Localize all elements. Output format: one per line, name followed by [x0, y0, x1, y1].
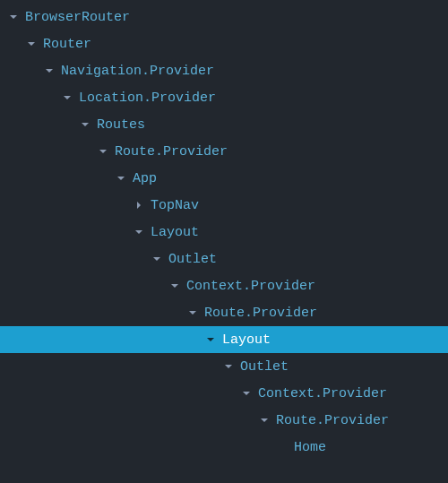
tree-row[interactable]: Route.Provider [0, 407, 448, 434]
component-label: Route.Provider [115, 144, 228, 160]
tree-row[interactable]: Outlet [0, 246, 448, 272]
expand-arrow-down-icon[interactable] [79, 118, 91, 131]
tree-row[interactable]: App [0, 165, 448, 192]
component-label: Router [43, 37, 91, 52]
component-label: Route.Provider [276, 413, 389, 428]
tree-row[interactable]: Context.Provider [0, 380, 448, 407]
expand-arrow-down-icon[interactable] [97, 145, 109, 158]
component-label: Context.Provider [186, 279, 315, 294]
tree-row[interactable]: Layout [0, 326, 448, 353]
tree-row[interactable]: Route.Provider [0, 299, 448, 326]
component-label: Route.Provider [204, 306, 317, 321]
expand-arrow-down-icon[interactable] [222, 360, 235, 373]
expand-arrow-down-icon[interactable] [61, 91, 73, 104]
tree-row[interactable]: Navigation.Provider [0, 57, 448, 84]
tree-row[interactable]: Route.Provider [0, 138, 448, 165]
component-label: TopNav [151, 198, 199, 213]
component-label: Navigation.Provider [61, 64, 214, 79]
component-label: Outlet [240, 359, 289, 375]
tree-row[interactable]: Layout [0, 219, 448, 246]
component-label: BrowserRouter [25, 10, 130, 25]
expand-arrow-down-icon[interactable] [43, 65, 56, 77]
expand-arrow-down-icon[interactable] [168, 280, 181, 292]
component-label: Location.Provider [79, 91, 216, 106]
tree-row[interactable]: Router [0, 30, 448, 57]
expand-arrow-down-icon[interactable] [204, 333, 217, 346]
component-label: Home [294, 440, 326, 455]
component-label: App [133, 171, 157, 186]
component-label: Layout [222, 332, 271, 348]
tree-row[interactable]: Home [0, 434, 448, 461]
tree-row[interactable]: Location.Provider [0, 84, 448, 111]
component-label: Layout [151, 225, 199, 240]
expand-arrow-down-icon[interactable] [133, 226, 145, 238]
component-label: Routes [97, 117, 145, 133]
tree-row[interactable]: BrowserRouter [0, 4, 448, 30]
tree-row[interactable]: Outlet [0, 353, 448, 380]
tree-row[interactable]: TopNav [0, 192, 448, 219]
expand-arrow-down-icon[interactable] [7, 11, 20, 23]
expand-arrow-down-icon[interactable] [151, 253, 163, 265]
tree-row[interactable]: Context.Provider [0, 272, 448, 299]
component-label: Outlet [168, 252, 217, 267]
expand-arrow-down-icon[interactable] [25, 38, 38, 50]
expand-arrow-right-icon[interactable] [133, 199, 145, 211]
expand-arrow-down-icon[interactable] [258, 414, 271, 427]
expand-arrow-down-icon[interactable] [115, 172, 127, 185]
expand-arrow-down-icon[interactable] [240, 387, 253, 400]
component-tree: BrowserRouterRouterNavigation.ProviderLo… [0, 4, 448, 461]
tree-row[interactable]: Routes [0, 111, 448, 138]
expand-arrow-down-icon[interactable] [186, 306, 199, 319]
component-label: Context.Provider [258, 386, 387, 401]
